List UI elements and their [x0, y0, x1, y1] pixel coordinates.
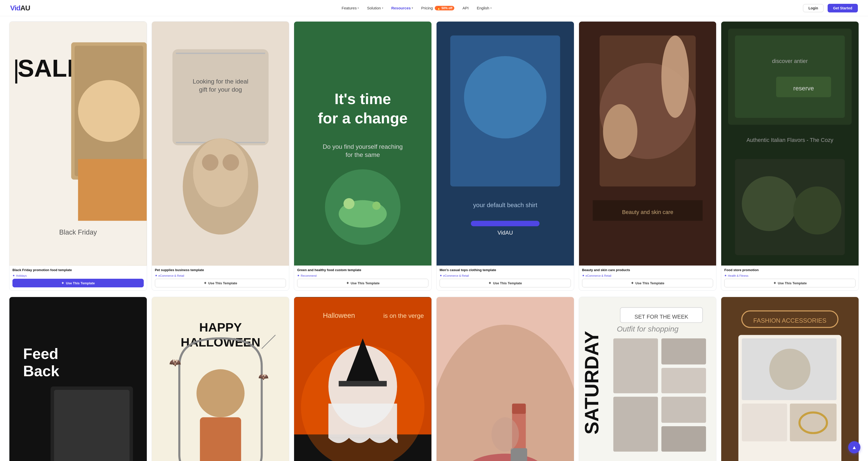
thumb-illustration: discover antier reserve Authentic Italia… [721, 22, 859, 266]
card-body: Beauty and skin care products ★ eCommerc… [579, 266, 716, 290]
card-body: Black Friday promotion food template ★ H… [9, 266, 147, 290]
chevron-down-icon: ▾ [490, 7, 492, 9]
logo-au: AU [20, 4, 30, 12]
thumb-illustration: HAPPY HALLOWEEN 🦇 🦇 Why settle for the o [152, 297, 289, 461]
use-template-button[interactable]: ✦ Use This Template [12, 279, 144, 287]
sparkle-icon: ✦ [346, 281, 349, 285]
card-thumbnail: SET FOR THE WEEK SATURDAY Outfit for sho… [579, 297, 716, 461]
svg-text:is on the verge: is on the verge [383, 312, 424, 319]
svg-rect-9 [173, 49, 269, 145]
card-thumbnail: your default beach shirt VidAU [437, 22, 574, 266]
template-card-halloween-product: HAPPY HALLOWEEN 🦇 🦇 Why settle for the o [152, 297, 289, 461]
svg-text:FASHION ACCESSORIES: FASHION ACCESSORIES [753, 317, 827, 324]
svg-rect-106 [613, 397, 658, 452]
use-template-button[interactable]: ✦ Use This Template [297, 279, 428, 287]
card-title: Food store promotion [724, 268, 856, 272]
template-card-halloween-business: Halloween is on the verge HAPPY HALLOWEE… [294, 297, 432, 461]
thumb-illustration: SALE Black Friday [9, 22, 147, 266]
chevron-down-icon: ▾ [412, 7, 413, 9]
nav-right: Login Get Started [803, 4, 858, 12]
svg-text:Do you find yourself reaching: Do you find yourself reaching [323, 143, 403, 150]
template-card-retro-heels: Feed Back It's an indispensable pair of … [9, 297, 147, 461]
svg-point-49 [793, 187, 841, 235]
svg-rect-117 [790, 404, 837, 441]
use-template-button[interactable]: ✦ Use This Template [582, 279, 713, 287]
svg-rect-105 [661, 368, 706, 393]
card-thumbnail: HAPPY HALLOWEEN 🦇 🦇 Why settle for the o [152, 297, 289, 461]
star-icon: ★ [297, 274, 300, 277]
card-thumbnail: FASHION ACCESSORIES Discover earrings th… [721, 297, 859, 461]
svg-rect-116 [742, 404, 787, 441]
svg-text:your default beach shirt: your default beach shirt [473, 202, 537, 208]
nav-links: Features ▾ Solution ▾ Resources ▾ Pricin… [342, 6, 491, 10]
card-title: Pet supplies business template [155, 268, 286, 272]
thumb-illustration: FASHION ACCESSORIES Discover earrings th… [721, 297, 859, 461]
card-thumbnail: Looking for the ideal gift for your dog [152, 22, 289, 266]
template-card-womens-earrings: FASHION ACCESSORIES Discover earrings th… [721, 297, 859, 461]
svg-rect-95 [511, 448, 527, 461]
thumb-illustration: Feed Back It's an indispensable pair of … [9, 297, 147, 461]
star-icon: ★ [724, 274, 727, 277]
card-tag: ★ eCommerce & Retail [155, 274, 286, 277]
arrow-up-icon: ▲ [852, 444, 857, 450]
nav-pricing[interactable]: Pricing 🔥 50% off [421, 6, 454, 10]
use-template-button[interactable]: ✦ Use This Template [440, 279, 571, 287]
get-started-button[interactable]: Get Started [828, 4, 858, 12]
nav-api[interactable]: API [462, 6, 468, 10]
nav-language[interactable]: English ▾ [477, 6, 491, 10]
svg-point-17 [222, 154, 239, 171]
svg-point-48 [742, 176, 797, 231]
svg-point-29 [464, 56, 546, 138]
card-thumbnail: It's time for a change Do you find yours… [294, 22, 431, 266]
logo[interactable]: VidAU [10, 4, 30, 12]
svg-text:🦇: 🦇 [169, 357, 181, 368]
logo-vid: Vid [10, 4, 20, 12]
thumb-illustration: It's time for a change Do you find yours… [294, 22, 431, 266]
svg-rect-108 [661, 426, 706, 452]
card-body: Green and healthy food custom template ★… [294, 266, 431, 290]
card-title: Men's casual tops clothing template [440, 268, 571, 272]
svg-rect-104 [661, 338, 706, 365]
svg-text:HAPPY: HAPPY [199, 320, 242, 334]
template-card-pet-supplies: Looking for the ideal gift for your dog … [152, 21, 289, 291]
card-tag: ★ Health & Fitness [724, 274, 856, 277]
svg-text:SATURDAY: SATURDAY [581, 331, 602, 435]
template-card-beauty-skincare: Beauty and skin care Beauty and skin car… [579, 21, 717, 291]
svg-text:SET FOR THE WEEK: SET FOR THE WEEK [634, 314, 688, 320]
sparkle-icon: ✦ [61, 281, 64, 285]
svg-text:for a change: for a change [318, 110, 408, 127]
nav-solution[interactable]: Solution ▾ [367, 6, 383, 10]
nav-features[interactable]: Features ▾ [342, 6, 359, 10]
thumb-illustration: VidAU [437, 297, 574, 461]
svg-point-15 [193, 138, 248, 207]
card-title: Black Friday promotion food template [12, 268, 144, 272]
chevron-down-icon: ▾ [382, 7, 383, 9]
svg-point-25 [344, 198, 354, 209]
chevron-down-icon: ▾ [358, 7, 359, 9]
use-template-button[interactable]: ✦ Use This Template [724, 279, 856, 287]
svg-text:Halloween: Halloween [323, 312, 355, 319]
svg-rect-12 [176, 53, 265, 54]
svg-rect-66 [200, 417, 241, 461]
card-tag: ★ Holidays [12, 274, 144, 277]
card-body: Food store promotion ★ Health & Fitness … [721, 266, 859, 290]
sparkle-icon: ✦ [204, 281, 207, 285]
svg-rect-94 [512, 404, 526, 414]
svg-rect-107 [661, 397, 706, 423]
svg-rect-79 [328, 404, 397, 438]
card-title: Green and healthy food custom template [297, 268, 428, 272]
card-tag: ★ Recommend [297, 274, 428, 277]
card-thumbnail: Halloween is on the verge HAPPY HALLOWEE… [294, 297, 431, 461]
scroll-to-top-button[interactable]: ▲ [848, 441, 860, 453]
template-grid: SALE Black Friday Black Friday promotion… [0, 16, 868, 461]
svg-point-115 [770, 349, 811, 390]
template-card-green-food: It's time for a change Do you find yours… [294, 21, 432, 291]
login-button[interactable]: Login [803, 4, 823, 12]
nav-resources[interactable]: Resources ▾ [391, 6, 413, 10]
svg-point-96 [491, 417, 519, 452]
card-tag: ★ eCommerce & Retail [582, 274, 713, 277]
svg-text:Looking for the ideal: Looking for the ideal [192, 78, 248, 85]
svg-point-5 [78, 80, 140, 142]
svg-text:Beauty and skin care: Beauty and skin care [622, 209, 673, 215]
use-template-button[interactable]: ✦ Use This Template [155, 279, 286, 287]
